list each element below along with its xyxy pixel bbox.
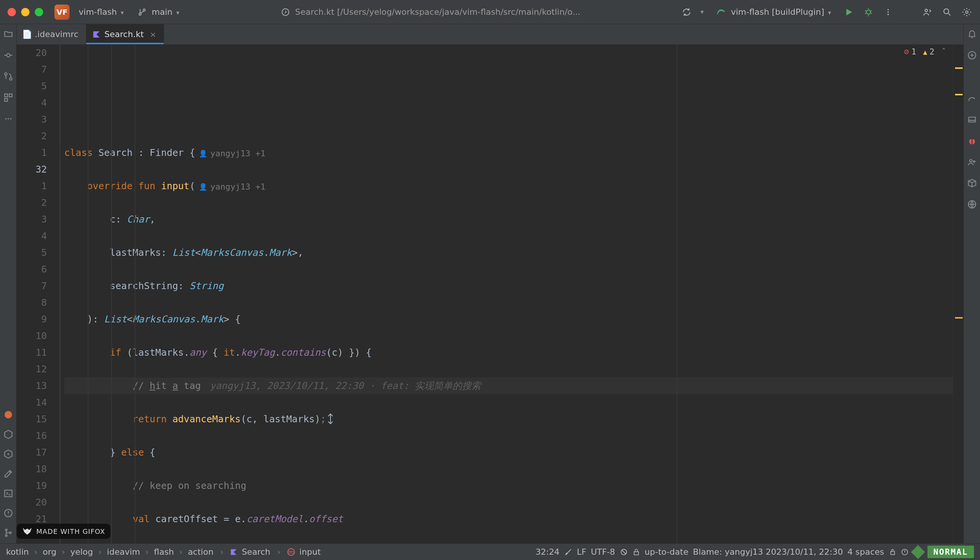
svg-point-1	[867, 10, 871, 14]
gifox-text: MADE WITH GIFOX	[36, 527, 105, 535]
file-encoding[interactable]: UTF-8	[591, 547, 615, 557]
breadcrumb-function[interactable]: input	[299, 547, 321, 557]
svg-point-18	[7, 453, 9, 455]
readonly-icon[interactable]	[889, 548, 897, 556]
project-dropdown[interactable]: vim-flash	[75, 5, 128, 19]
chevron-down-icon	[828, 7, 831, 17]
tab-label: .ideavimrc	[35, 30, 78, 39]
code-with-me-icon[interactable]	[922, 7, 933, 18]
caret-position[interactable]: 32:24	[535, 547, 559, 557]
run-config-dropdown[interactable]: vim-flash [buildPlugin]	[712, 4, 835, 20]
plugin-circle-icon[interactable]	[3, 409, 13, 420]
ai-tool-icon[interactable]	[967, 50, 977, 60]
svg-point-22	[5, 535, 7, 536]
debug-button[interactable]	[863, 7, 874, 18]
lock-icon[interactable]	[633, 548, 640, 556]
line-gutter: 2075432132123456789101112131415161718192…	[17, 45, 56, 543]
more-tool-icon[interactable]	[3, 113, 13, 124]
close-window-button[interactable]	[8, 8, 16, 16]
structure-tool-icon[interactable]	[3, 92, 13, 103]
svg-rect-31	[891, 551, 895, 554]
file-icon: 📄	[23, 30, 31, 38]
build-tool-icon[interactable]	[3, 468, 13, 479]
breadcrumb-item[interactable]: ideavim	[107, 547, 140, 557]
svg-rect-12	[9, 94, 12, 97]
vim-icon[interactable]	[911, 545, 925, 559]
team-tool-icon[interactable]	[967, 157, 977, 167]
line-separator[interactable]: LF	[577, 547, 586, 557]
chevron-down-icon	[176, 7, 179, 17]
svg-point-21	[5, 529, 7, 530]
breadcrumb-item[interactable]: action	[188, 547, 214, 557]
current-line: // hit a tagyangyj13, 2023/10/11, 22:30 …	[64, 378, 953, 394]
more-actions-button[interactable]	[882, 7, 894, 18]
globe-tool-icon[interactable]	[967, 199, 977, 210]
project-badge[interactable]: VF	[55, 5, 70, 20]
vcs-status-icon[interactable]	[620, 548, 628, 556]
navigation-path[interactable]: Search.kt [/Users/yelog/workspace/java/v…	[280, 7, 584, 18]
nav-path-text: Search.kt [/Users/yelog/workspace/java/v…	[295, 7, 580, 17]
close-icon[interactable]: ×	[150, 30, 156, 39]
svg-rect-13	[5, 98, 8, 102]
pull-requests-icon[interactable]	[3, 71, 13, 82]
author-lens[interactable]: 👤yangyj13 +1	[199, 178, 266, 195]
search-icon[interactable]	[942, 7, 953, 18]
svg-rect-11	[5, 94, 8, 97]
indent-setting[interactable]: 4 spaces	[848, 547, 884, 557]
gear-icon[interactable]	[961, 7, 972, 18]
minimize-window-button[interactable]	[21, 8, 30, 16]
author-lens[interactable]: 👤yangyj13 +1	[199, 145, 266, 162]
breadcrumb-file[interactable]: Search	[242, 547, 270, 557]
project-tool-icon[interactable]	[3, 29, 13, 39]
titlebar: VF vim-flash main Search.kt [/Users/yelo…	[0, 0, 980, 24]
svg-point-6	[944, 9, 948, 13]
services-tool-icon[interactable]	[3, 449, 13, 459]
right-tool-strip	[963, 24, 980, 543]
branch-icon	[136, 7, 148, 18]
svg-point-8	[7, 54, 10, 57]
gradle-tool-icon[interactable]	[967, 93, 977, 104]
run-button[interactable]	[843, 7, 854, 18]
line-sep-icon[interactable]	[564, 548, 572, 556]
left-tool-strip	[0, 24, 17, 543]
update-icon[interactable]	[681, 7, 692, 18]
error-stripe[interactable]	[953, 45, 963, 543]
power-save-icon[interactable]	[901, 548, 909, 556]
svg-rect-19	[5, 490, 12, 497]
svg-point-10	[10, 78, 12, 80]
terminal-tool-icon[interactable]	[3, 488, 13, 499]
status-bar: kotlin›org›yelog›ideavim›flash›action › …	[0, 543, 980, 560]
svg-point-26	[969, 160, 972, 162]
tab-ideavimrc[interactable]: 📄 .ideavimrc	[17, 24, 86, 44]
breadcrumb-item[interactable]: kotlin	[6, 547, 29, 557]
package-tool-icon[interactable]	[967, 178, 977, 188]
svg-point-7	[966, 11, 968, 13]
svg-point-15	[8, 118, 9, 120]
code-content[interactable]: class Search : Finder {👤yangyj13 +1 over…	[64, 45, 953, 543]
vcs-tool-icon[interactable]	[3, 527, 13, 538]
commit-tool-icon[interactable]	[3, 50, 13, 60]
chevron-down-icon[interactable]: ▾	[701, 8, 704, 15]
notifications-icon[interactable]	[967, 29, 977, 39]
tab-label: Search.kt	[105, 30, 144, 39]
breadcrumb-item[interactable]: yelog	[70, 547, 93, 557]
breadcrumb[interactable]: kotlin›org›yelog›ideavim›flash›action	[6, 547, 214, 557]
breadcrumb-item[interactable]: org	[43, 547, 56, 557]
problems-tool-icon[interactable]	[3, 508, 13, 518]
project-name: vim-flash	[79, 7, 117, 17]
inline-blame: yangyj13, 2023/10/11, 22:30 · feat: 实现简单…	[210, 380, 481, 391]
hex-tool-icon[interactable]	[3, 429, 13, 440]
database-tool-icon[interactable]	[967, 114, 977, 125]
ladybug-icon[interactable]	[967, 135, 977, 146]
zoom-window-button[interactable]	[35, 8, 43, 16]
blame-status[interactable]: Blame: yangyj13 2023/10/11, 22:30	[693, 547, 843, 557]
branch-dropdown[interactable]: main	[133, 4, 183, 20]
breadcrumb-item[interactable]: flash	[154, 547, 174, 557]
svg-point-23	[10, 532, 11, 533]
mac-traffic-lights	[8, 8, 43, 16]
kotlin-icon	[92, 30, 101, 38]
vcs-status[interactable]: up-to-date	[644, 547, 688, 557]
tab-search-kt[interactable]: Search.kt ×	[86, 24, 164, 44]
svg-point-17	[5, 411, 12, 418]
code-editor[interactable]: 1 2 ˆ ˇ 20754321321234567891011121314151…	[17, 45, 963, 543]
